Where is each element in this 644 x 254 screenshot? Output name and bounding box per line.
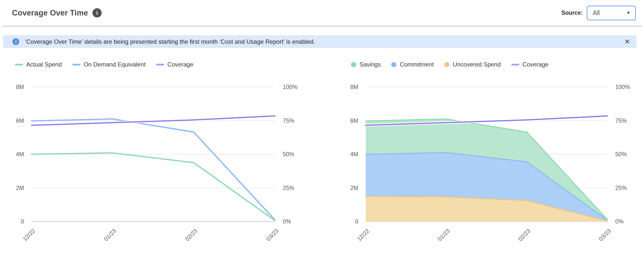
page-title: Coverage Over Time [12, 9, 88, 18]
coverage-line-chart[interactable]: 02M4M6M8M0%25%50%75%100%12/2201/2302/230… [0, 53, 312, 254]
pct-axis-tick-label: 25% [615, 185, 627, 191]
y-axis-tick-label: 8M [350, 84, 358, 90]
header-divider [2, 26, 642, 27]
x-axis-tick-label: 03/23 [597, 227, 612, 242]
x-axis-tick-label: 01/23 [103, 227, 118, 242]
source-select-value: All [593, 9, 600, 17]
pct-axis-tick-label: 100% [283, 84, 298, 90]
y-axis-tick-label: 6M [16, 118, 24, 124]
pct-axis-tick-label: 50% [615, 151, 627, 157]
info-banner-text: ‘Coverage Over Time’ details are being p… [25, 38, 315, 45]
x-axis-tick-label: 12/22 [22, 227, 36, 242]
source-select[interactable]: All ▼ [587, 6, 636, 20]
pct-axis-tick-label: 25% [283, 185, 294, 191]
x-axis-tick-label: 01/23 [436, 227, 451, 242]
y-axis-tick-label: 2M [350, 185, 358, 191]
y-axis-tick-label: 4M [350, 151, 358, 157]
info-icon[interactable]: i [92, 8, 102, 18]
x-axis-tick-label: 03/23 [265, 227, 280, 242]
close-icon[interactable]: ✕ [624, 38, 630, 45]
info-banner: i ‘Coverage Over Time’ details are being… [3, 35, 636, 48]
pct-axis-tick-label: 0% [283, 218, 291, 225]
pct-axis-tick-label: 0% [615, 218, 624, 225]
header: Coverage Over Time i Source: All ▼ [0, 0, 644, 26]
coverage-area-chart[interactable]: 02M4M6M8M0%25%50%75%100%12/2201/2302/230… [332, 53, 644, 254]
source-label: Source: [561, 10, 583, 16]
y-axis-tick-label: 2M [16, 185, 24, 191]
pct-axis-tick-label: 75% [283, 118, 294, 124]
x-axis-tick-label: 02/23 [517, 227, 532, 242]
y-axis-tick-label: 0 [21, 218, 24, 225]
pct-axis-tick-label: 75% [615, 118, 627, 124]
x-axis-tick-label: 12/22 [356, 227, 370, 242]
y-axis-tick-label: 0 [355, 218, 358, 225]
pct-axis-tick-label: 50% [283, 151, 294, 157]
x-axis-tick-label: 02/23 [184, 227, 198, 242]
chevron-down-icon: ▼ [626, 11, 630, 15]
info-icon: i [12, 38, 19, 45]
y-axis-tick-label: 4M [16, 151, 24, 157]
y-axis-tick-label: 6M [350, 118, 358, 124]
y-axis-tick-label: 8M [16, 84, 24, 90]
pct-axis-tick-label: 100% [615, 84, 630, 90]
series-line [32, 153, 275, 220]
series-line [32, 119, 275, 220]
